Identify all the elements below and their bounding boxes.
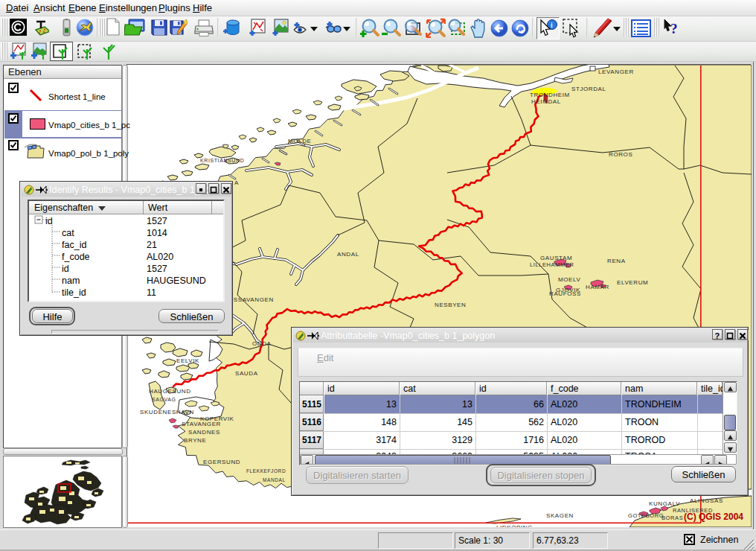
svg-text:MOLDE: MOLDE — [288, 138, 311, 144]
svg-text:EELVIK: EELVIK — [176, 357, 199, 364]
svg-text:i: i — [551, 22, 553, 29]
svg-text:SAGVAG: SAGVAG — [152, 397, 176, 402]
svg-text:KUNGALV: KUNGALV — [649, 500, 680, 507]
svg-text:BRYNE: BRYNE — [184, 437, 206, 444]
svg-text:HAMAR: HAMAR — [586, 284, 609, 290]
svg-text:LEVANGER: LEVANGER — [598, 69, 634, 75]
svg-text:SKUDENESHAVN: SKUDENESHAVN — [140, 409, 194, 415]
svg-text:SAUDA: SAUDA — [235, 370, 258, 377]
svg-text:STJORDAL: STJORDAL — [571, 86, 606, 92]
svg-text:GAUSTAM: GAUSTAM — [540, 255, 572, 261]
svg-text:?: ? — [670, 21, 678, 36]
svg-text:KRISTIANSUND: KRISTIANSUND — [200, 158, 244, 163]
svg-text:ANDAL: ANDAL — [337, 251, 359, 258]
svg-text:EGERSUND: EGERSUND — [203, 459, 240, 465]
svg-text:(C) QGIS 2004: (C) QGIS 2004 — [684, 512, 743, 522]
svg-text:ALINGSAS: ALINGSAS — [690, 497, 723, 504]
svg-text:RENA: RENA — [607, 258, 626, 264]
svg-text:?: ? — [715, 331, 720, 340]
svg-text:ROROS: ROROS — [609, 151, 632, 158]
svg-text:ODDA: ODDA — [252, 340, 272, 347]
svg-text:HEIMDAL: HEIMDAL — [531, 98, 561, 105]
svg-text:A: A — [234, 179, 239, 186]
svg-text:BORAS: BORAS — [662, 515, 683, 521]
svg-text:TRONDHEIM: TRONDHEIM — [530, 92, 570, 98]
svg-text:FLEKKEFJORD: FLEKKEFJORD — [246, 468, 286, 474]
svg-text:SANDNES: SANDNES — [188, 429, 220, 436]
svg-text:STAVANGER: STAVANGER — [182, 421, 221, 427]
svg-text:HAUGESUND: HAUGESUND — [149, 388, 191, 395]
svg-text:MANDAL: MANDAL — [263, 477, 286, 482]
svg-text:LILLEHAMMER: LILLEHAMMER — [530, 261, 574, 268]
svg-text:GOTEBORG: GOTEBORG — [628, 512, 664, 519]
svg-text:LIDKOPING: LIDKOPING — [496, 524, 533, 527]
svg-text:MOELV: MOELV — [558, 276, 580, 283]
svg-text:ELVERUM: ELVERUM — [617, 279, 648, 286]
svg-text:SKAGEN: SKAGEN — [546, 512, 574, 519]
svg-text:NESBYEN: NESBYEN — [435, 302, 466, 308]
svg-text:RAUFOSS: RAUFOSS — [549, 290, 581, 297]
